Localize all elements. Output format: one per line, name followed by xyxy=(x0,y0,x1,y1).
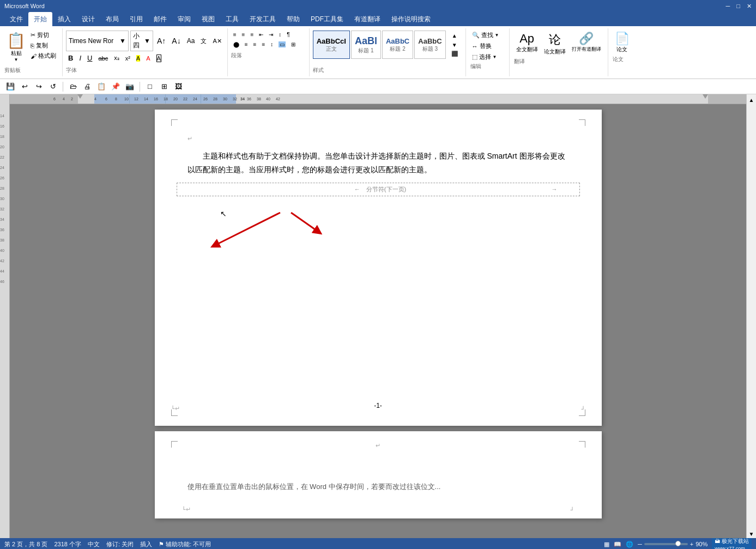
view-normal-icon[interactable]: ▦ xyxy=(604,541,609,548)
page1-paragraph[interactable]: 主题和样式也有助于文档保持协调。当您单击设计并选择新的主题时，图片、图表或 Sm… xyxy=(188,149,569,177)
ruler-indent-marker[interactable] xyxy=(77,94,83,99)
justify-icon: ≡ xyxy=(262,41,265,47)
font-grow-button[interactable]: A↑ xyxy=(155,31,168,51)
tab-design[interactable]: 设计 xyxy=(76,12,100,26)
tab-file[interactable]: 文件 xyxy=(4,12,28,26)
ruler-num-16: 16 xyxy=(154,97,158,101)
undo2-button[interactable]: ↺ xyxy=(47,81,59,93)
pin-button[interactable]: 📌 xyxy=(110,81,122,93)
paper-translate-button[interactable]: 论 论文翻译 xyxy=(542,31,568,57)
picture-button[interactable]: 🖼 xyxy=(172,81,184,93)
corner-tl-2 xyxy=(171,441,178,448)
table-quick-button[interactable]: ⊞ xyxy=(158,81,170,93)
highlight-button[interactable]: A xyxy=(134,54,142,63)
tab-references[interactable]: 引用 xyxy=(124,12,148,26)
font-size-value: 小四 xyxy=(133,32,144,50)
zoom-in-button[interactable]: + xyxy=(690,541,693,547)
document-scroll-area[interactable]: ↵ 主题和样式也有助于文档保持协调。当您单击设计并选择新的主题时，图片、图表或 … xyxy=(10,104,746,538)
fulltext-translate-button[interactable]: Ap 全文翻译 xyxy=(514,31,540,57)
folder-button[interactable]: 🗁 xyxy=(67,81,79,93)
font-size-selector[interactable]: 小四 ▼ xyxy=(130,31,153,51)
format-painter-button[interactable]: 🖌 格式刷 xyxy=(29,51,58,61)
cut-button[interactable]: ✂ 剪切 xyxy=(29,31,58,40)
decrease-indent-button[interactable]: ⇤ xyxy=(257,31,265,39)
align-center-button[interactable]: ≡ xyxy=(243,40,250,49)
show-hide-button[interactable]: ¶ xyxy=(285,31,292,39)
shapes-button[interactable]: □ xyxy=(144,81,156,93)
replace-button[interactable]: ↔ 替换 xyxy=(470,41,505,51)
paper-button[interactable]: 📄 论文 xyxy=(613,31,632,55)
tab-developer[interactable]: 开发工具 xyxy=(244,12,281,26)
view-web-icon[interactable]: 🌐 xyxy=(626,541,633,548)
copy-button[interactable]: ⎘ 复制 xyxy=(29,41,58,50)
zoom-handle[interactable] xyxy=(675,541,681,546)
tab-view[interactable]: 视图 xyxy=(196,12,220,26)
copy-quick-button[interactable]: 📋 xyxy=(95,81,107,93)
sort-button[interactable]: ↕ xyxy=(276,31,283,39)
tab-insert[interactable]: 插入 xyxy=(52,12,76,26)
font-name-selector[interactable]: Times New Ror ▼ xyxy=(66,31,129,51)
minimize-btn[interactable]: ─ xyxy=(726,3,730,10)
tab-mailings[interactable]: 邮件 xyxy=(148,12,172,26)
style-heading2[interactable]: AaBbC 标题 2 xyxy=(382,31,413,59)
font-color-button[interactable]: A xyxy=(144,54,152,63)
tab-youdao[interactable]: 有道翻译 xyxy=(349,12,386,26)
scroll-up-button[interactable]: ▲ xyxy=(747,95,756,104)
justify-button[interactable]: ≡ xyxy=(259,40,267,49)
scroll-down-button[interactable]: ▼ xyxy=(747,529,756,538)
tab-review[interactable]: 审阅 xyxy=(172,12,196,26)
ruler-num-22: 22 xyxy=(183,97,188,101)
tab-tools[interactable]: 工具 xyxy=(220,12,244,26)
tab-home[interactable]: 开始 xyxy=(28,12,52,26)
shading-button[interactable]: ▭ xyxy=(276,40,288,49)
styles-dropdown-button[interactable]: ▲ ▼ ⬛ xyxy=(447,31,462,59)
style-heading3[interactable]: AaBbC 标题 3 xyxy=(414,31,445,59)
bullets-button[interactable]: ≡ xyxy=(231,31,239,39)
align-right-button[interactable]: ≡ xyxy=(251,40,259,49)
phonetic-guide-button[interactable]: 文 xyxy=(198,31,209,51)
maximize-btn[interactable]: □ xyxy=(736,3,740,10)
align-left-button[interactable]: ⬤ xyxy=(231,40,241,49)
strikethrough-button[interactable]: abc xyxy=(96,54,110,63)
borders-button[interactable]: ⊞ xyxy=(289,40,298,49)
page-2-content[interactable]: ↵ └↵ ┘ xyxy=(155,431,602,466)
subscript-icon: x₂ xyxy=(114,55,119,62)
style-heading1[interactable]: AaBl 标题 1 xyxy=(351,31,381,59)
superscript-button[interactable]: x² xyxy=(123,54,132,63)
tab-search[interactable]: 操作说明搜索 xyxy=(386,12,436,26)
bold-button[interactable]: B xyxy=(66,53,75,63)
open-youdao-button[interactable]: 🔗 打开有道翻译 xyxy=(570,31,603,57)
tab-help[interactable]: 帮助 xyxy=(281,12,305,26)
zoom-out-button[interactable]: ─ xyxy=(638,541,642,547)
line-spacing-button[interactable]: ↕ xyxy=(268,40,275,49)
zoom-slider[interactable] xyxy=(644,543,688,545)
clear-format-button[interactable]: A✕ xyxy=(210,31,223,51)
close-btn[interactable]: ✕ xyxy=(747,3,752,10)
ruler-num-34: 34 xyxy=(240,97,245,101)
underline-button[interactable]: U xyxy=(85,53,94,63)
redo-button[interactable]: ↪ xyxy=(33,81,45,93)
tab-pdf[interactable]: PDF工具集 xyxy=(305,12,349,26)
print-button[interactable]: 🖨 xyxy=(81,81,93,93)
undo-button[interactable]: ↩ xyxy=(19,81,31,93)
style-normal[interactable]: AaBbCcI 正文 xyxy=(313,31,350,59)
document-wrapper: 14 16 18 20 22 24 26 28 30 32 34 36 38 4… xyxy=(0,94,756,538)
italic-button[interactable]: I xyxy=(77,53,83,63)
font-border-button[interactable]: A xyxy=(154,53,164,63)
subscript-button[interactable]: x₂ xyxy=(112,53,122,63)
numbering-button[interactable]: ≡ xyxy=(240,31,247,39)
save-quick-button[interactable]: 💾 xyxy=(4,81,16,93)
increase-indent-button[interactable]: ⇥ xyxy=(267,31,275,39)
page-1-content[interactable]: ↵ 主题和样式也有助于文档保持协调。当您单击设计并选择新的主题时，图片、图表或 … xyxy=(155,110,602,322)
multilevel-list-button[interactable]: ≡ xyxy=(248,31,256,39)
page2-body-text[interactable]: 使用在垂直位置单击出的鼠标位置，在 Word 中保存时间，若要而改过往该位文..… xyxy=(155,466,602,497)
find-button[interactable]: 🔍 查找 ▼ xyxy=(470,31,505,40)
view-reading-icon[interactable]: 📖 xyxy=(614,541,621,548)
camera-button[interactable]: 📷 xyxy=(124,81,136,93)
paste-button[interactable]: 📋 粘贴 ▼ xyxy=(4,31,28,65)
font-shrink-button[interactable]: A↓ xyxy=(170,31,183,51)
ruler-right-marker[interactable] xyxy=(703,94,708,99)
select-button[interactable]: ⬚ 选择 ▼ xyxy=(470,52,505,62)
change-case-button[interactable]: Aa xyxy=(185,31,197,51)
tab-layout[interactable]: 布局 xyxy=(100,12,124,26)
